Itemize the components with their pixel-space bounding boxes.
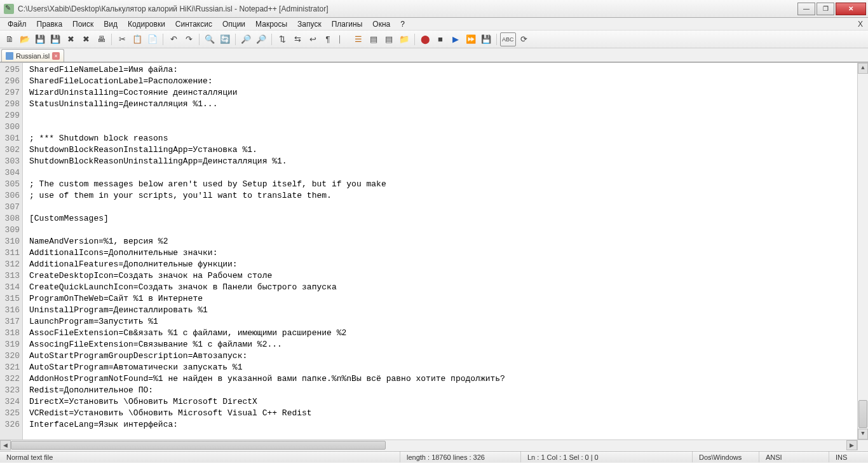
zoom-in-icon[interactable]: 🔎: [239, 32, 253, 46]
sync-v-icon[interactable]: ⇅: [275, 32, 289, 46]
play-multi-icon[interactable]: ⏩: [464, 32, 478, 46]
menu-encoding[interactable]: Кодировки: [123, 18, 170, 30]
code-line[interactable]: NameAndVersion=%1, версия %2: [29, 236, 868, 247]
code-line[interactable]: ; use of them in your scripts, you'll wa…: [29, 190, 868, 202]
stop-macro-icon[interactable]: ■: [433, 32, 447, 46]
code-line[interactable]: AutoStartProgramGroupDescription=Автозап…: [29, 350, 868, 362]
redo-icon[interactable]: ↷: [182, 32, 196, 46]
code-line[interactable]: CreateQuickLaunchIcon=Создать значок в П…: [29, 282, 868, 293]
code-line[interactable]: [29, 225, 868, 236]
spellcheck-next-icon[interactable]: ⟳: [517, 32, 531, 46]
line-number: 306: [0, 190, 20, 202]
code-line[interactable]: [29, 110, 868, 121]
code-line[interactable]: InterfaceLang=Язык интерфейса:: [29, 419, 868, 431]
code-line[interactable]: ; The custom messages below aren't used …: [29, 179, 868, 190]
code-line[interactable]: ProgramOnTheWeb=Сайт %1 в Интернете: [29, 293, 868, 305]
scroll-left-arrow[interactable]: ◀: [0, 440, 11, 450]
code-line[interactable]: [CustomMessages]: [29, 213, 868, 225]
close-button[interactable]: ✕: [836, 3, 866, 15]
show-all-icon[interactable]: ¶: [321, 32, 335, 46]
code-line[interactable]: [29, 121, 868, 133]
code-line[interactable]: UninstallProgram=Деинсталлировать %1: [29, 305, 868, 316]
menu-run[interactable]: Запуск: [292, 18, 327, 30]
close-all-icon[interactable]: ✖: [79, 32, 93, 46]
code-line[interactable]: AutoStartProgram=Автоматически запускать…: [29, 362, 868, 373]
scroll-up-arrow[interactable]: ▲: [858, 63, 868, 74]
file-tab[interactable]: Russian.isl ×: [1, 49, 64, 62]
toolbar-separator: [199, 34, 200, 45]
code-line[interactable]: ; *** Shutdown block reasons: [29, 133, 868, 144]
code-line[interactable]: ShutdownBlockReasonUninstallingApp=Деинс…: [29, 156, 868, 167]
menu-edit[interactable]: Правка: [32, 18, 68, 30]
new-file-icon[interactable]: 🗎: [3, 32, 17, 46]
minimize-button[interactable]: —: [797, 3, 815, 15]
spellcheck-icon[interactable]: ABC: [500, 32, 516, 46]
undo-icon[interactable]: ↶: [166, 32, 180, 46]
folder-icon[interactable]: 📁: [397, 32, 411, 46]
code-line[interactable]: WizardUninstalling=Состояние деинсталляц…: [29, 87, 868, 99]
menu-syntax[interactable]: Синтаксис: [170, 18, 217, 30]
code-line[interactable]: SharedFileNameLabel=Имя файла:: [29, 64, 868, 76]
toolbar-separator: [163, 34, 163, 45]
tab-close-icon[interactable]: ×: [52, 52, 60, 60]
code-line[interactable]: [29, 202, 868, 213]
cut-icon[interactable]: ✂: [115, 32, 129, 46]
code-line[interactable]: VCRedist=Установить \Обновить Microsoft …: [29, 408, 868, 419]
menu-windows[interactable]: Окна: [367, 18, 395, 30]
scroll-thumb[interactable]: [858, 400, 867, 428]
code-line[interactable]: AddonHostProgramNotFound=%1 не найден в …: [29, 373, 868, 385]
code-line[interactable]: StatusUninstalling=Деинсталляция %1...: [29, 99, 868, 110]
play-macro-icon[interactable]: ▶: [449, 32, 463, 46]
find-icon[interactable]: 🔍: [203, 32, 217, 46]
copy-icon[interactable]: 📋: [130, 32, 144, 46]
print-icon[interactable]: 🖶: [94, 32, 108, 46]
code-line[interactable]: Redist=Дополнительное ПО:: [29, 385, 868, 396]
close-file-icon[interactable]: ✖: [64, 32, 78, 46]
line-number: 297: [0, 87, 20, 99]
save-icon[interactable]: 💾: [33, 32, 47, 46]
open-file-icon[interactable]: 📂: [18, 32, 32, 46]
code-line[interactable]: AssocFileExtension=Св&язать %1 с файлами…: [29, 328, 868, 339]
menu-view[interactable]: Вид: [98, 18, 123, 30]
code-line[interactable]: AdditionalIcons=Дополнительные значки:: [29, 247, 868, 259]
wrap-icon[interactable]: ↩: [306, 32, 320, 46]
menu-file[interactable]: Файл: [3, 18, 32, 30]
menu-close-x[interactable]: X: [858, 20, 863, 29]
scroll-thumb-h[interactable]: [11, 441, 386, 450]
code-line[interactable]: [29, 167, 868, 179]
code-editor[interactable]: SharedFileNameLabel=Имя файла:SharedFile…: [23, 63, 868, 439]
record-macro-icon[interactable]: ⬤: [418, 32, 432, 46]
zoom-out-icon[interactable]: 🔎: [254, 32, 268, 46]
menu-help[interactable]: ?: [395, 18, 410, 30]
horizontal-scrollbar[interactable]: ◀ ▶: [0, 439, 868, 450]
scroll-track[interactable]: [11, 440, 846, 450]
scroll-down-arrow[interactable]: ▼: [858, 429, 868, 439]
menu-plugins[interactable]: Плагины: [327, 18, 368, 30]
code-line[interactable]: SharedFileLocationLabel=Расположение:: [29, 76, 868, 87]
doc-map-icon[interactable]: ▤: [367, 32, 381, 46]
sync-h-icon[interactable]: ⇆: [290, 32, 304, 46]
line-number: 298: [0, 99, 20, 110]
vertical-scrollbar[interactable]: ▲ ▼: [857, 63, 868, 439]
code-line[interactable]: LaunchProgram=Запустить %1: [29, 316, 868, 328]
code-line[interactable]: AdditionalFeatures=Дополнительные функци…: [29, 259, 868, 270]
lang-icon[interactable]: ☰: [351, 32, 365, 46]
replace-icon[interactable]: 🔄: [218, 32, 232, 46]
indent-guide-icon[interactable]: ⎸: [336, 32, 350, 46]
code-line[interactable]: AssocingFileExtension=Связывание %1 с фа…: [29, 339, 868, 350]
menu-macros[interactable]: Макросы: [250, 18, 292, 30]
func-list-icon[interactable]: ▤: [382, 32, 396, 46]
paste-icon[interactable]: 📄: [146, 32, 159, 46]
maximize-button[interactable]: ❐: [817, 3, 834, 15]
menu-options[interactable]: Опции: [217, 18, 250, 30]
code-line[interactable]: DirectX=Установить \Обновить Microsoft D…: [29, 396, 868, 408]
menu-search[interactable]: Поиск: [67, 18, 98, 30]
toolbar: 🗎 📂 💾 💾 ✖ ✖ 🖶 ✂ 📋 📄 ↶ ↷ 🔍 🔄 🔎 🔎 ⇅ ⇆ ↩ ¶ …: [0, 31, 868, 48]
code-line[interactable]: CreateDesktopIcon=Создать значок на Рабо…: [29, 270, 868, 282]
line-number: 317: [0, 316, 20, 328]
scroll-right-arrow[interactable]: ▶: [846, 440, 857, 450]
save-all-icon[interactable]: 💾: [48, 32, 62, 46]
save-macro-icon[interactable]: 💾: [479, 32, 493, 46]
line-number: 312: [0, 259, 20, 270]
code-line[interactable]: ShutdownBlockReasonInstallingApp=Установ…: [29, 144, 868, 156]
